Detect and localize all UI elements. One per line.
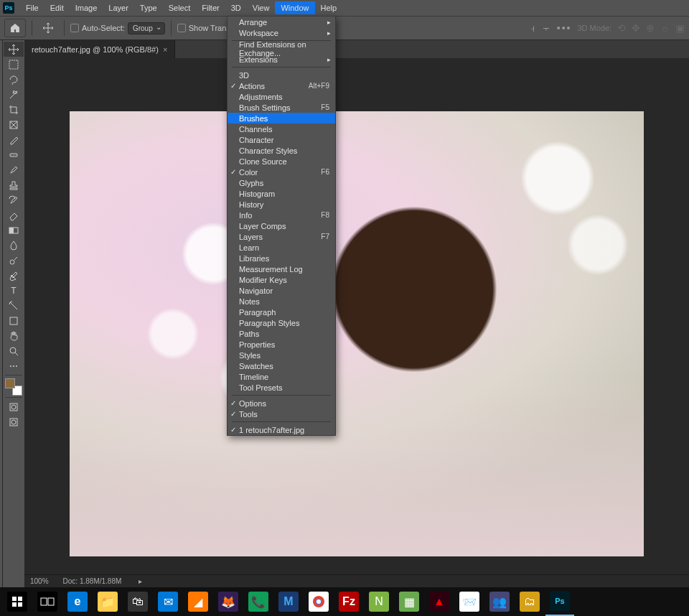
menu-3d[interactable]: 3D (225, 1, 247, 14)
home-button[interactable] (4, 19, 26, 37)
document-tab[interactable]: retouch7after.jpg @ 100% (RGB/8#) × (24, 40, 175, 58)
menu-item-channels[interactable]: Channels (228, 123, 335, 134)
menu-item-layers[interactable]: LayersF7 (228, 231, 335, 242)
menu-item-color[interactable]: ✓ColorF6 (228, 167, 335, 177)
taskbar-firefox[interactable]: 🦊 (214, 587, 243, 616)
taskbar-adobe[interactable]: ▲ (425, 587, 454, 616)
menu-item-paragraph-styles[interactable]: Paragraph Styles (228, 317, 335, 328)
menu-image[interactable]: Image (70, 1, 103, 14)
menu-item-tools[interactable]: ✓Tools (228, 409, 335, 419)
menu-item-timeline[interactable]: Timeline (228, 371, 335, 382)
layer-group-select[interactable]: Group (128, 22, 165, 34)
brush-tool[interactable] (4, 162, 24, 177)
close-icon[interactable]: × (163, 45, 167, 54)
menu-filter[interactable]: Filter (196, 1, 225, 14)
taskbar-outlook[interactable]: 📨 (455, 587, 484, 616)
distribute-icon[interactable]: ⫟ (541, 22, 551, 34)
screen-mode[interactable] (4, 414, 24, 429)
canvas[interactable] (70, 111, 644, 556)
menu-item-notes[interactable]: Notes (228, 296, 335, 307)
taskbar-chrome[interactable] (304, 587, 333, 616)
move-tool[interactable] (4, 42, 24, 57)
menu-item-actions[interactable]: ✓ActionsAlt+F9 (228, 80, 335, 91)
hand-tool[interactable] (4, 328, 24, 343)
menu-item-character[interactable]: Character (228, 134, 335, 145)
taskbar-explorer[interactable]: 📁 (93, 587, 122, 616)
dots-tool[interactable] (4, 358, 24, 373)
path-tool[interactable] (4, 298, 24, 313)
menu-item-glyphs[interactable]: Glyphs (228, 177, 335, 188)
menu-item-info[interactable]: InfoF8 (228, 210, 335, 220)
menu-edit[interactable]: Edit (44, 1, 70, 14)
taskbar-ftp[interactable]: 🗂 (515, 587, 544, 616)
menu-item-adjustments[interactable]: Adjustments (228, 91, 335, 102)
taskbar-voice[interactable]: 📞 (244, 587, 273, 616)
eyedropper-tool[interactable] (4, 132, 24, 147)
menu-item-workspace[interactable]: Workspace (228, 27, 335, 38)
menu-item-find-extensions-on-exchange-[interactable]: Find Extensions on Exchange... (228, 43, 335, 54)
menu-item-histogram[interactable]: Histogram (228, 188, 335, 199)
taskbar-filezilla[interactable]: Fz (334, 587, 363, 616)
lasso-tool[interactable] (4, 72, 24, 87)
menu-item-brushes[interactable]: Brushes (228, 113, 335, 123)
stamp-tool[interactable] (4, 177, 24, 192)
auto-select-checkbox[interactable]: Auto-Select: (70, 24, 125, 32)
taskbar-teams[interactable]: 👥 (485, 587, 514, 616)
menu-help[interactable]: Help (315, 1, 343, 14)
menu-item-options[interactable]: ✓Options (228, 398, 335, 409)
menu-file[interactable]: File (20, 1, 44, 14)
menu-item-navigator[interactable]: Navigator (228, 285, 335, 296)
quick-mask[interactable] (4, 399, 24, 414)
menu-view[interactable]: View (247, 1, 276, 14)
taskbar-ps[interactable]: Ps (545, 587, 574, 616)
menu-item-paragraph[interactable]: Paragraph (228, 307, 335, 317)
menu-item-extensions[interactable]: Extensions (228, 54, 335, 65)
move-tool-indicator[interactable] (38, 21, 58, 36)
heal-tool[interactable] (4, 147, 24, 162)
history-brush-tool[interactable] (4, 192, 24, 207)
menu-item-1-retouch7after-jpg[interactable]: ✓1 retouch7after.jpg (228, 424, 335, 435)
menu-item-character-styles[interactable]: Character Styles (228, 145, 335, 156)
status-arrow-icon[interactable]: ▸ (139, 577, 142, 585)
menu-item-styles[interactable]: Styles (228, 350, 335, 360)
menu-item-properties[interactable]: Properties (228, 339, 335, 350)
dodge-tool[interactable] (4, 253, 24, 268)
menu-item-arrange[interactable]: Arrange (228, 17, 335, 27)
align-icon[interactable]: ⫞ (530, 22, 535, 34)
menu-item-paths[interactable]: Paths (228, 328, 335, 339)
menu-layer[interactable]: Layer (103, 1, 134, 14)
frame-tool[interactable] (4, 117, 24, 132)
menu-item-libraries[interactable]: Libraries (228, 253, 335, 263)
zoom-level[interactable]: 100% (30, 577, 49, 585)
eraser-tool[interactable] (4, 207, 24, 223)
taskbar-notepad[interactable]: N (365, 587, 393, 616)
foreground-color[interactable] (5, 378, 15, 388)
menu-item-history[interactable]: History (228, 199, 335, 210)
taskbar-malware[interactable]: M (274, 587, 303, 616)
taskbar-edge[interactable]: e (63, 587, 92, 616)
taskbar-store[interactable]: 🛍 (123, 587, 152, 616)
menu-item-layer-comps[interactable]: Layer Comps (228, 220, 335, 231)
taskbar-sheets[interactable]: ▦ (395, 587, 423, 616)
menu-item-3d[interactable]: 3D (228, 70, 335, 80)
menu-item-learn[interactable]: Learn (228, 242, 335, 253)
menu-item-swatches[interactable]: Swatches (228, 360, 335, 371)
crop-tool[interactable] (4, 102, 24, 117)
menu-item-tool-presets[interactable]: Tool Presets (228, 382, 335, 393)
menu-item-modifier-keys[interactable]: Modifier Keys (228, 274, 335, 285)
blur-tool[interactable] (4, 238, 24, 253)
menu-item-brush-settings[interactable]: Brush SettingsF5 (228, 102, 335, 113)
marquee-tool[interactable] (4, 57, 24, 72)
pen-tool[interactable] (4, 268, 24, 283)
menu-item-clone-source[interactable]: Clone Source (228, 156, 335, 167)
wand-tool[interactable] (4, 87, 24, 102)
menu-select[interactable]: Select (163, 1, 197, 14)
taskbar-avast[interactable]: ◢ (184, 587, 212, 616)
menu-type[interactable]: Type (134, 1, 163, 14)
menu-window[interactable]: Window (275, 1, 314, 14)
more-icon[interactable]: ••• (557, 22, 572, 34)
gradient-tool[interactable] (4, 223, 24, 238)
taskbar-mail[interactable]: ✉ (154, 587, 182, 616)
taskbar-start[interactable] (3, 587, 32, 616)
shape-tool[interactable] (4, 313, 24, 328)
